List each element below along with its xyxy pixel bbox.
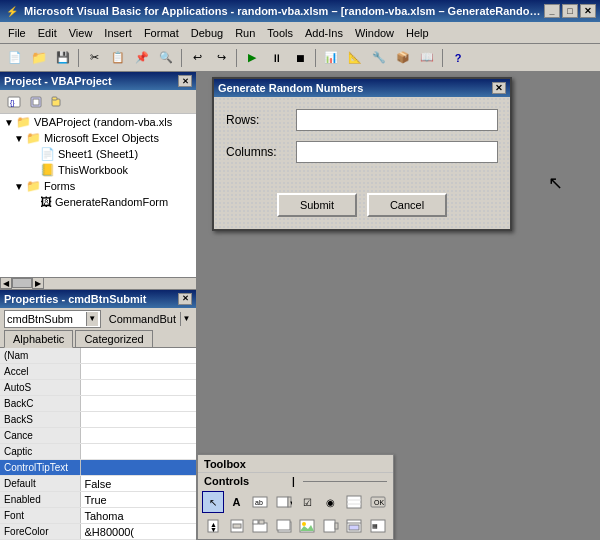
table-row[interactable]: EnabledTrue: [0, 492, 196, 508]
dialog-close-button[interactable]: ✕: [492, 82, 506, 94]
toolbox-refeditor[interactable]: [320, 515, 342, 537]
svg-rect-11: [347, 496, 361, 508]
tb-undo[interactable]: ↩: [186, 47, 208, 69]
project-close-button[interactable]: ✕: [178, 75, 192, 87]
tree-item-generaterandomform[interactable]: 🖼 GenerateRandomForm: [0, 194, 196, 210]
tree-label: Microsoft Excel Objects: [44, 132, 159, 144]
tb-proj[interactable]: 📦: [392, 47, 414, 69]
toolbox-textbox[interactable]: ab: [249, 491, 271, 513]
proj-view-object[interactable]: [26, 93, 46, 111]
menu-debug[interactable]: Debug: [185, 25, 229, 41]
dropdown-arrow-icon[interactable]: ▼: [86, 312, 98, 326]
menu-help[interactable]: Help: [400, 25, 435, 41]
svg-rect-25: [277, 520, 290, 530]
menu-tools[interactable]: Tools: [261, 25, 299, 41]
tb-copy[interactable]: 📋: [107, 47, 129, 69]
toolbox-checkbox[interactable]: ☑: [296, 491, 318, 513]
toolbox-select[interactable]: ↖: [202, 491, 224, 513]
expand-icon: [28, 149, 38, 160]
menu-view[interactable]: View: [63, 25, 99, 41]
table-row[interactable]: Captic: [0, 444, 196, 460]
properties-close-button[interactable]: ✕: [178, 293, 192, 305]
menu-format[interactable]: Format: [138, 25, 185, 41]
table-row[interactable]: BackC: [0, 396, 196, 412]
tree-item-excel-objects[interactable]: ▼ 📁 Microsoft Excel Objects: [0, 130, 196, 146]
tb-run[interactable]: ▶: [241, 47, 263, 69]
menu-file[interactable]: File: [2, 25, 32, 41]
tab-alphabetic[interactable]: Alphabetic: [4, 330, 73, 348]
toolbox-label[interactable]: A: [226, 491, 248, 513]
toolbox-extra1[interactable]: [343, 515, 365, 537]
maximize-button[interactable]: □: [562, 4, 578, 18]
table-row[interactable]: ControlTipText: [0, 460, 196, 476]
toolbox-scrollbar[interactable]: [226, 515, 248, 537]
tree-item-forms[interactable]: ▼ 📁 Forms: [0, 178, 196, 194]
table-row[interactable]: BackS: [0, 412, 196, 428]
tb-sep3: [236, 49, 237, 67]
table-row[interactable]: Cance: [0, 428, 196, 444]
table-row[interactable]: (Nam: [0, 348, 196, 364]
menu-insert[interactable]: Insert: [98, 25, 138, 41]
tb-obj-browser[interactable]: 📖: [416, 47, 438, 69]
tree-item-sheet1[interactable]: 📄 Sheet1 (Sheet1): [0, 146, 196, 162]
tb-excel[interactable]: 📊: [320, 47, 342, 69]
scroll-thumb[interactable]: [12, 278, 32, 288]
menu-run[interactable]: Run: [229, 25, 261, 41]
toolbox-grid-row2: ▲▼: [198, 515, 393, 539]
toolbox-extra2[interactable]: ▦: [367, 515, 389, 537]
table-row[interactable]: Accel: [0, 364, 196, 380]
menu-edit[interactable]: Edit: [32, 25, 63, 41]
type-dropdown-arrow[interactable]: ▼: [180, 312, 192, 326]
cancel-button[interactable]: Cancel: [367, 193, 447, 217]
tb-paste[interactable]: 📌: [131, 47, 153, 69]
properties-panel: Properties - cmdBtnSubmit ✕ cmdBtnSubm ▼…: [0, 289, 196, 541]
tb-props[interactable]: 🔧: [368, 47, 390, 69]
tree-item-thisworkbook[interactable]: 📒 ThisWorkbook: [0, 162, 196, 178]
toolbox-togglebutton[interactable]: OK: [367, 491, 389, 513]
close-button[interactable]: ✕: [580, 4, 596, 18]
tree-item-vbaproject[interactable]: ▼ 📁 VBAProject (random-vba.xls: [0, 114, 196, 130]
title-text: Microsoft Visual Basic for Applications …: [24, 5, 544, 17]
scroll-right[interactable]: ▶: [32, 277, 44, 289]
props-dropdown-text: cmdBtnSubm: [7, 313, 73, 325]
tb-help[interactable]: ?: [447, 47, 469, 69]
toolbox-listbox[interactable]: [343, 491, 365, 513]
scroll-left[interactable]: ◀: [0, 277, 12, 289]
toolbox-image[interactable]: [296, 515, 318, 537]
table-row[interactable]: ForeColor&H80000(: [0, 524, 196, 540]
tb-cut[interactable]: ✂: [83, 47, 105, 69]
tb-stop[interactable]: ⏹: [289, 47, 311, 69]
dialog-content: Rows: Columns:: [214, 97, 510, 185]
menu-addins[interactable]: Add-Ins: [299, 25, 349, 41]
menu-window[interactable]: Window: [349, 25, 400, 41]
tb-design[interactable]: 📐: [344, 47, 366, 69]
table-row[interactable]: DefaultFalse: [0, 476, 196, 492]
minimize-button[interactable]: _: [544, 4, 560, 18]
toolbox-spinbutton[interactable]: ▲▼: [202, 515, 224, 537]
proj-toggle-folders[interactable]: [48, 93, 68, 111]
tb-find[interactable]: 🔍: [155, 47, 177, 69]
toolbox-multipage[interactable]: [273, 515, 295, 537]
tb-sep1: [78, 49, 79, 67]
prop-value: [80, 380, 196, 396]
table-row[interactable]: FontTahoma: [0, 508, 196, 524]
toolbox-combobox[interactable]: ▼: [273, 491, 295, 513]
svg-rect-3: [33, 99, 39, 105]
props-object-dropdown[interactable]: cmdBtnSubm ▼: [4, 310, 101, 328]
tb-save[interactable]: 💾: [52, 47, 74, 69]
tb-redo[interactable]: ↪: [210, 47, 232, 69]
menu-bar: File Edit View Insert Format Debug Run T…: [0, 22, 600, 44]
rows-input[interactable]: [296, 109, 498, 131]
tb-pause[interactable]: ⏸: [265, 47, 287, 69]
tb-folder[interactable]: 📁: [28, 47, 50, 69]
columns-input[interactable]: [296, 141, 498, 163]
expand-icon: ▼: [4, 117, 14, 128]
toolbox-optionbutton[interactable]: ◉: [320, 491, 342, 513]
project-scrollbar[interactable]: ◀ ▶: [0, 277, 196, 289]
toolbox-tabstrip[interactable]: [249, 515, 271, 537]
proj-view-code[interactable]: {}: [4, 93, 24, 111]
submit-button[interactable]: Submit: [277, 193, 357, 217]
tab-categorized[interactable]: Categorized: [75, 330, 152, 347]
table-row[interactable]: AutoS: [0, 380, 196, 396]
tb-new[interactable]: 📄: [4, 47, 26, 69]
